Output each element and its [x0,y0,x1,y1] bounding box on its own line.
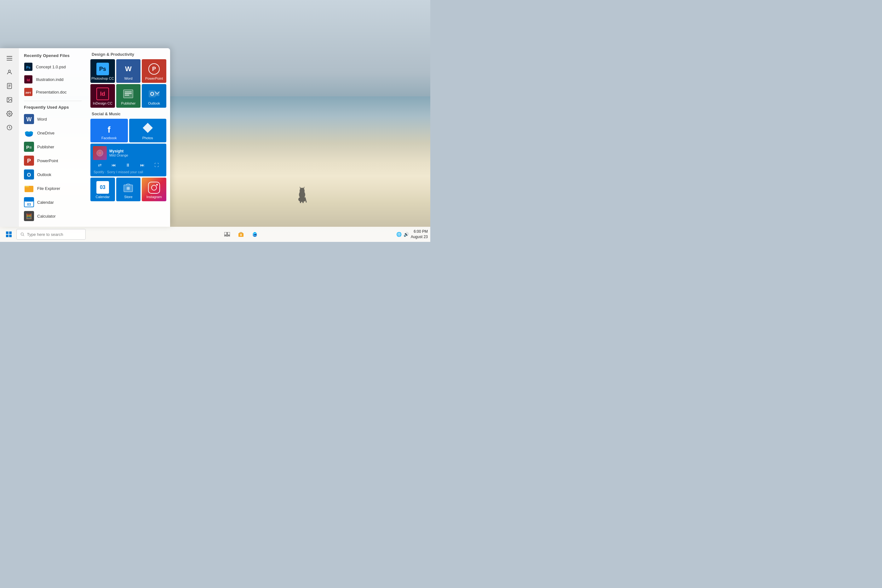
calendar-tile-label: Calendar [96,195,110,199]
app-item-word[interactable]: W Word [21,112,84,126]
start-menu-tiles-panel: Design & Productivity Ps Photoshop CC W … [87,48,170,227]
svg-rect-61 [9,231,12,234]
tile-facebook[interactable]: f Facebook [90,119,128,142]
svg-rect-36 [25,186,29,188]
svg-text:P≡: P≡ [26,145,32,150]
app-name-calendar: Calendar [37,200,54,205]
tile-store[interactable]: Store [116,178,141,201]
app-item-powerpoint[interactable]: P PowerPoint [21,154,84,168]
app-item-calculator[interactable]: 🧮 Calculator [21,209,84,223]
svg-point-26 [25,131,29,135]
tile-photos[interactable]: Photos [129,119,166,142]
sidebar-user-icon[interactable] [3,66,16,78]
start-button[interactable] [3,228,15,241]
clock[interactable]: 6:00 PM August 23 [411,229,428,240]
instagram-tile-icon [148,182,160,194]
design-productivity-label: Design & Productivity [90,52,166,57]
tile-indesign[interactable]: Id InDesign CC [90,84,115,108]
tile-publisher[interactable]: Publisher [116,84,141,108]
search-input[interactable] [27,232,82,237]
instagram-tile-label: Instagram [147,195,162,199]
svg-rect-1 [300,198,301,203]
next-button[interactable]: ⏭ [139,162,146,168]
music-player-tile[interactable]: Mysight Mild Orange ⇄ ⏮ ⏸ ⏭ ⛶ Spotify · … [90,144,166,176]
svg-marker-52 [143,123,153,133]
file-item-psd[interactable]: Ps Concept 1.0.psd [21,60,84,73]
svg-rect-63 [9,235,12,237]
sidebar-photos-icon[interactable] [3,93,16,106]
calendar-tile-icon: 03 [96,181,109,194]
previous-button[interactable]: ⏮ [110,162,117,168]
social-music-label: Social & Music [90,111,166,116]
svg-point-27 [28,131,33,135]
svg-text:O: O [150,92,154,97]
tile-calendar[interactable]: 03 Calendar [90,178,115,201]
indesign-tile-icon: Id [96,87,109,100]
svg-rect-68 [224,236,227,237]
app-name-outlook: Outlook [37,172,51,177]
tile-word[interactable]: W Word [116,59,141,83]
svg-text:Ps: Ps [26,66,30,69]
svg-rect-2 [302,198,304,203]
sidebar-history-icon[interactable] [3,121,16,134]
repeat-button[interactable]: ⛶ [153,162,160,168]
indesign-tile-label: InDesign CC [93,101,112,105]
svg-rect-66 [224,232,227,235]
photos-tile-label: Photos [142,136,153,140]
svg-point-14 [8,99,9,99]
tile-powerpoint[interactable]: P PowerPoint [142,59,166,83]
powerpoint-app-icon: P [24,156,34,166]
bottom-tiles-grid: 03 Calendar Store [90,178,166,201]
network-icon[interactable]: 🌐 [396,232,402,237]
tile-photoshop[interactable]: Ps Photoshop CC [90,59,115,83]
clock-time: 6:00 PM [411,229,428,234]
taskbar-store-button[interactable] [235,228,247,241]
sidebar-documents-icon[interactable] [3,80,16,92]
app-item-onedrive[interactable]: OneDrive [21,126,84,140]
outlook-tile-label: Outlook [148,101,160,105]
sidebar-hamburger-button[interactable] [3,52,16,64]
app-item-outlook[interactable]: O Outlook [21,168,84,182]
app-item-file-explorer[interactable]: File Explorer [21,182,84,195]
store-tile-icon [122,181,135,194]
svg-rect-60 [6,231,9,234]
taskbar-right: 🌐 🔊 6:00 PM August 23 [396,229,428,240]
taskbar-edge-button[interactable] [249,228,261,241]
svg-text:W: W [27,116,32,123]
app-item-calendar[interactable]: 03 Calendar [21,195,84,209]
app-name-file-explorer: File Explorer [37,186,60,191]
taskbar-left [3,228,86,241]
tile-instagram[interactable]: Instagram [142,178,166,201]
svg-rect-69 [227,236,230,237]
volume-icon[interactable]: 🔊 [404,232,409,237]
photos-tile-icon [142,122,153,135]
system-tray: 🌐 🔊 6:00 PM August 23 [396,229,428,240]
app-item-publisher[interactable]: P≡ Publisher [21,140,84,154]
indd-file-icon: Id [24,75,33,84]
calendar-app-icon: 03 [24,197,34,207]
svg-point-8 [9,70,11,72]
start-menu-content: Recently Opened Files Ps Concept 1.0.psd… [19,48,170,227]
file-name-psd: Concept 1.0.psd [36,64,66,69]
psd-file-icon: Ps [24,62,33,71]
sidebar-settings-icon[interactable] [3,107,16,120]
svg-point-15 [9,113,10,115]
file-name-indd: Illustration.indd [36,77,63,82]
svg-text:P: P [152,66,156,72]
svg-text:03: 03 [27,202,31,206]
tile-outlook[interactable]: O Outlook [142,84,166,108]
svg-point-55 [99,152,101,154]
facebook-tile-label: Facebook [101,136,117,140]
file-item-indd[interactable]: Id Illustration.indd [21,73,84,86]
music-controls: ⇄ ⏮ ⏸ ⏭ ⛶ [93,161,164,169]
task-view-button[interactable] [221,228,233,241]
search-bar[interactable] [16,229,86,240]
app-name-onedrive: OneDrive [37,131,54,135]
svg-text:Id: Id [27,78,30,82]
calendar-day: 03 [100,185,105,190]
shuffle-button[interactable]: ⇄ [97,162,103,168]
play-pause-button[interactable]: ⏸ [124,162,131,168]
word-tile-label: Word [124,76,132,80]
file-item-doc[interactable]: PPT Presentation.doc [21,86,84,98]
music-player-top: Mysight Mild Orange [93,146,164,160]
